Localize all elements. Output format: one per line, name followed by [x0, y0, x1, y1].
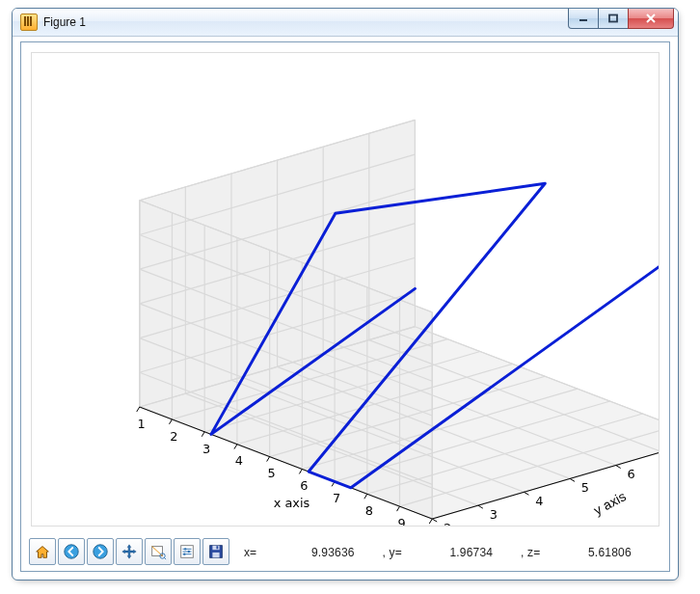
close-button[interactable] — [628, 9, 674, 29]
arrow-right-icon — [92, 543, 109, 560]
svg-line-57 — [169, 419, 172, 424]
figure-window-container: Figure 1 1234567891023456781234567x axis… — [0, 0, 700, 594]
svg-text:8: 8 — [365, 503, 373, 518]
svg-point-111 — [184, 548, 186, 550]
svg-rect-115 — [212, 546, 219, 551]
figure-window: Figure 1 1234567891023456781234567x axis… — [12, 8, 679, 580]
svg-text:4: 4 — [235, 454, 243, 469]
nav-toolbar — [29, 538, 229, 565]
window-buttons — [569, 9, 674, 28]
minimize-button[interactable] — [568, 9, 599, 29]
svg-text:x axis: x axis — [274, 496, 310, 510]
svg-text:7: 7 — [333, 491, 340, 505]
svg-text:5: 5 — [268, 466, 276, 480]
svg-line-55 — [137, 407, 140, 412]
svg-text:6: 6 — [627, 467, 634, 481]
configure-button[interactable] — [174, 538, 201, 565]
pan-button[interactable] — [116, 538, 143, 565]
save-button[interactable] — [202, 538, 229, 565]
svg-line-59 — [202, 432, 204, 437]
svg-rect-116 — [212, 553, 219, 557]
svg-text:2: 2 — [444, 521, 451, 526]
svg-rect-117 — [216, 546, 218, 549]
svg-line-63 — [267, 457, 270, 462]
svg-text:4: 4 — [535, 494, 543, 508]
status-x: x=9.93636 — [244, 546, 379, 559]
svg-text:y axis: y axis — [591, 488, 629, 518]
svg-text:9: 9 — [397, 516, 405, 526]
svg-line-61 — [234, 445, 237, 449]
svg-point-106 — [65, 545, 78, 558]
titlebar[interactable]: Figure 1 — [13, 9, 678, 37]
axes3d[interactable]: 1234567891023456781234567x axisy axisz a… — [32, 53, 659, 526]
svg-text:6: 6 — [300, 478, 308, 493]
svg-line-75 — [432, 519, 437, 522]
svg-line-77 — [478, 505, 483, 508]
svg-point-113 — [183, 554, 185, 555]
client-area: 1234567891023456781234567x axisy axisz a… — [20, 41, 670, 572]
svg-point-112 — [188, 551, 190, 553]
sliders-icon — [178, 543, 196, 560]
move-icon — [121, 543, 138, 560]
arrow-left-icon — [63, 543, 80, 560]
zoom-button[interactable] — [145, 538, 172, 565]
svg-point-107 — [94, 545, 107, 558]
back-button[interactable] — [58, 538, 85, 565]
svg-line-81 — [570, 478, 575, 481]
svg-text:1: 1 — [138, 417, 146, 431]
svg-line-69 — [364, 494, 367, 499]
app-icon — [20, 14, 38, 31]
svg-line-83 — [616, 466, 621, 469]
svg-line-65 — [299, 469, 302, 473]
svg-line-71 — [397, 506, 400, 511]
forward-button[interactable] — [87, 538, 114, 565]
svg-rect-0 — [609, 15, 617, 22]
status-z: , z=5.61806 — [521, 546, 656, 559]
svg-line-79 — [524, 492, 528, 495]
svg-text:2: 2 — [170, 429, 177, 444]
window-title: Figure 1 — [43, 15, 86, 29]
svg-text:5: 5 — [581, 480, 589, 495]
svg-text:3: 3 — [202, 442, 210, 456]
plot-area[interactable]: 1234567891023456781234567x axisy axisz a… — [31, 52, 660, 526]
svg-text:3: 3 — [490, 507, 498, 522]
maximize-button[interactable] — [598, 9, 629, 29]
save-icon — [207, 543, 225, 560]
status-y: , y=1.96734 — [382, 546, 517, 559]
svg-line-73 — [429, 519, 432, 524]
status-bar: x=9.93636 , y=1.96734 , z=5.61806 — [244, 546, 656, 559]
home-icon — [34, 543, 51, 560]
zoom-icon — [149, 543, 167, 560]
home-button[interactable] — [29, 538, 56, 565]
